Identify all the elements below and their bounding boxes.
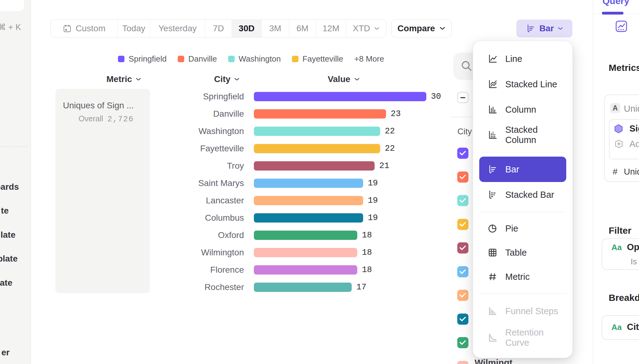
date-range-xtd[interactable]: XTD: [346, 20, 386, 37]
bar[interactable]: [254, 265, 357, 275]
bar-category-label: Wilmington: [50, 248, 254, 258]
menu-item-table[interactable]: Table: [479, 240, 566, 265]
menu-divider: [479, 152, 566, 152]
menu-item-stacked-bar[interactable]: Stacked Bar: [479, 182, 566, 207]
bar-value-label: 18: [362, 265, 372, 275]
date-range-yesterday[interactable]: Yesterday: [150, 20, 205, 37]
city-checkbox[interactable]: [457, 195, 468, 206]
chevron-down-icon: [234, 78, 240, 81]
bar[interactable]: [254, 213, 363, 223]
nav-search-box[interactable]: [0, 0, 25, 12]
bar[interactable]: [254, 161, 375, 171]
active-tab-underline: [602, 12, 624, 15]
pie-chart-icon: [487, 223, 498, 234]
menu-item-column[interactable]: Column: [479, 97, 566, 122]
select-all-checkbox[interactable]: [457, 92, 468, 103]
city-column-header[interactable]: City: [201, 74, 253, 85]
compare-button[interactable]: Compare: [391, 20, 452, 37]
table-icon: [487, 247, 498, 258]
legend-item[interactable]: Springfield: [118, 54, 167, 64]
menu-item-label: Column: [505, 105, 536, 115]
tab-query[interactable]: Query: [602, 0, 629, 6]
city-checkbox[interactable]: [457, 219, 468, 230]
date-range-3m[interactable]: 3M: [262, 20, 289, 37]
city-checkbox[interactable]: [457, 171, 468, 183]
menu-item-label: Metric: [505, 272, 530, 282]
bar-chart-icon: [526, 24, 536, 33]
bar-chart-icon: [487, 164, 498, 175]
bar[interactable]: [254, 127, 380, 136]
legend-more-button[interactable]: +8 More: [354, 54, 384, 64]
city-filter-label: City: [446, 127, 472, 136]
bar[interactable]: [254, 283, 352, 292]
nav-item-clipped[interactable]: ate: [0, 278, 12, 288]
event-label: Sig: [629, 124, 639, 134]
menu-item-bar[interactable]: Bar: [479, 157, 566, 182]
city-checkbox[interactable]: [457, 314, 468, 325]
menu-item-metric[interactable]: Metric: [479, 265, 566, 289]
nav-item-clipped[interactable]: plate: [0, 254, 18, 264]
metric-column-header[interactable]: Metric: [98, 74, 150, 85]
legend-item[interactable]: Fayetteville: [292, 54, 343, 64]
city-checkbox[interactable]: [457, 361, 468, 364]
date-range-today[interactable]: Today: [118, 20, 150, 37]
date-range-12m[interactable]: 12M: [316, 20, 346, 37]
bar-value-label: 19: [368, 213, 378, 223]
menu-item-stacked-line[interactable]: Stacked Line: [479, 72, 566, 97]
bar[interactable]: [254, 231, 357, 240]
nav-item-clipped[interactable]: oards: [0, 182, 19, 192]
add-event-label[interactable]: Add: [629, 139, 639, 149]
value-column-header[interactable]: Value: [317, 74, 370, 85]
bar[interactable]: [254, 109, 386, 119]
bar[interactable]: [254, 248, 357, 257]
city-checkbox[interactable]: [457, 242, 468, 254]
city-checkbox[interactable]: [457, 266, 468, 277]
bar-row: Wilmington18: [50, 244, 453, 261]
bar-category-label: Danville: [50, 109, 254, 119]
hash-icon: [487, 271, 498, 282]
bar-value-label: 19: [368, 196, 378, 205]
date-range-6m[interactable]: 6M: [289, 20, 316, 37]
date-range-7d[interactable]: 7D: [205, 20, 232, 37]
bar-category-label: Florence: [50, 265, 254, 275]
city-checkbox[interactable]: [457, 337, 468, 348]
measure-label[interactable]: Uniqu: [624, 167, 639, 177]
date-range-30d[interactable]: 30D: [232, 20, 262, 37]
menu-divider: [479, 293, 566, 293]
filter-operator[interactable]: Is: [631, 257, 637, 266]
date-range-custom[interactable]: Custom: [51, 20, 118, 37]
menu-item-label: Table: [505, 248, 527, 258]
bar-category-label: Rochester: [50, 282, 254, 292]
compare-label: Compare: [398, 24, 435, 33]
breakdown-card[interactable]: Aa City: [602, 315, 639, 340]
event-card[interactable]: Sig Add: [609, 119, 639, 159]
menu-item-label: Bar: [505, 164, 519, 175]
bar[interactable]: [254, 144, 380, 153]
bar-category-label: Springfield: [50, 92, 254, 102]
menu-item-stacked-column[interactable]: Stacked Column: [479, 122, 566, 148]
bar[interactable]: [254, 196, 363, 205]
legend-item[interactable]: Danville: [178, 54, 217, 64]
stacked-column-chart-icon: [487, 130, 498, 140]
insights-chart-icon: [615, 20, 628, 33]
city-checkbox[interactable]: [457, 290, 468, 301]
city-checkbox[interactable]: [457, 148, 468, 159]
bar-value-label: 17: [356, 283, 366, 292]
chevron-down-icon: [136, 78, 141, 81]
menu-item-pie[interactable]: Pie: [479, 216, 566, 240]
nav-item-clipped[interactable]: te: [1, 206, 9, 216]
filter-card[interactable]: Aa Ope Is i: [602, 238, 639, 270]
menu-item-line[interactable]: Line: [479, 46, 566, 72]
measure-hash: #: [613, 167, 618, 177]
menu-divider: [479, 212, 566, 212]
chart-type-button[interactable]: Bar: [516, 20, 572, 37]
bar-value-label: 22: [385, 144, 395, 153]
nav-item-clipped[interactable]: late: [1, 230, 15, 240]
legend-item[interactable]: Washington: [228, 54, 281, 64]
metrics-card[interactable]: A Uniq Sig Add # Uniqu: [604, 94, 639, 182]
bar-value-label: 21: [379, 161, 389, 171]
nav-item-clipped[interactable]: er: [2, 348, 10, 358]
bar[interactable]: [254, 92, 426, 101]
menu-item-label: Stacked Column: [505, 125, 566, 145]
bar[interactable]: [254, 179, 363, 188]
